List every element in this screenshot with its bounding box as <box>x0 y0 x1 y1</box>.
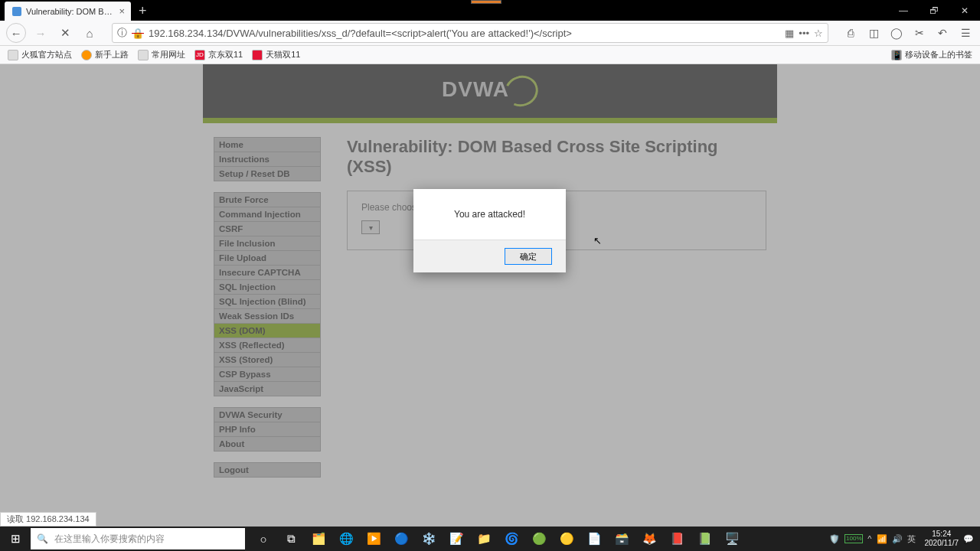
cortana-icon[interactable]: ○ <box>250 527 277 551</box>
window-maximize[interactable]: 🗗 <box>919 0 949 21</box>
viewport: DVWA HomeInstructionsSetup / Reset DB Br… <box>0 64 980 527</box>
stop-button[interactable]: ✕ <box>55 23 75 43</box>
app-icon[interactable]: ❄️ <box>415 527 443 551</box>
tray-icon[interactable]: 🛡️ <box>829 534 840 544</box>
back-button[interactable]: ← <box>6 23 26 43</box>
volume-icon[interactable]: 🔊 <box>892 534 903 544</box>
app-icon[interactable]: 📕 <box>663 527 691 551</box>
search-placeholder: 在这里输入你要搜索的内容 <box>54 533 165 546</box>
status-tip: 读取 192.168.234.134 <box>0 512 96 527</box>
alert-dialog: You are attacked! 确定 <box>413 189 566 272</box>
folder-icon[interactable]: 📁 <box>470 527 498 551</box>
modal-overlay <box>0 64 980 527</box>
edge-icon[interactable]: 🌐 <box>332 527 360 551</box>
library-icon[interactable]: ⎙ <box>842 24 859 41</box>
more-icon[interactable]: ••• <box>799 28 809 39</box>
wifi-icon[interactable]: 📶 <box>877 534 887 544</box>
explorer-icon[interactable]: 🗂️ <box>305 527 332 551</box>
browser-toolbar: ← → ✕ ⌂ ⓘ 🔒 192.168.234.134/DVWA/vulnera… <box>0 21 980 46</box>
bookmark-item[interactable]: 新手上路 <box>81 49 129 60</box>
bookmark-item[interactable]: 火狐官方站点 <box>8 49 72 60</box>
cursor-icon: ↖ <box>593 235 602 246</box>
screenshot-icon[interactable]: ✂ <box>911 24 928 41</box>
battery-icon[interactable]: 100% <box>844 534 863 543</box>
forward-button[interactable]: → <box>31 23 51 43</box>
chrome-icon[interactable]: 🟡 <box>553 527 580 551</box>
window-close[interactable]: ✕ <box>949 0 980 21</box>
reader-icon[interactable]: ▦ <box>785 28 794 39</box>
ime-icon[interactable]: 英 <box>907 533 916 545</box>
alert-ok-button[interactable]: 确定 <box>505 248 552 265</box>
app-icon[interactable]: 🔵 <box>387 527 415 551</box>
notifications-icon[interactable]: 💬 <box>963 534 974 544</box>
search-icon: 🔍 <box>37 533 48 544</box>
app-icon[interactable]: 📝 <box>443 527 470 551</box>
chevron-up-icon[interactable]: ^ <box>867 534 871 543</box>
taskbar-clock[interactable]: 15:24 2020/11/7 <box>925 530 959 548</box>
bookmark-item[interactable]: 常用网址 <box>138 49 185 60</box>
taskview-icon[interactable]: ⧉ <box>277 527 305 551</box>
app-icon[interactable]: 🗃️ <box>608 527 635 551</box>
bookmark-star-icon[interactable]: ☆ <box>814 28 823 39</box>
insecure-icon: 🔒 <box>132 28 144 39</box>
taskbar-apps: ○ ⧉ 🗂️ 🌐 ▶️ 🔵 ❄️ 📝 📁 🌀 🟢 🟡 📄 🗃️ 🦊 📕 📗 🖥️ <box>250 527 746 551</box>
account-icon[interactable]: ◯ <box>888 24 905 41</box>
new-tab-button[interactable]: + <box>139 3 147 19</box>
app-icon[interactable]: ▶️ <box>360 527 387 551</box>
firefox-icon[interactable]: 🦊 <box>635 527 663 551</box>
start-button[interactable]: ⊞ <box>0 527 31 551</box>
browser-tab[interactable]: Vulnerability: DOM Based C × <box>5 2 131 21</box>
app-icon[interactable]: 🖥️ <box>718 527 746 551</box>
undo-icon[interactable]: ↶ <box>934 24 951 41</box>
info-icon: ⓘ <box>117 26 127 40</box>
menu-icon[interactable]: ☰ <box>957 24 974 41</box>
accent-indicator <box>471 0 501 4</box>
address-bar[interactable]: ⓘ 🔒 192.168.234.134/DVWA/vulnerabilities… <box>112 23 828 43</box>
app-icon[interactable]: 📗 <box>691 527 718 551</box>
mobile-bookmarks[interactable]: 📱移动设备上的书签 <box>891 49 972 60</box>
tab-close-icon[interactable]: × <box>119 5 125 17</box>
browser-titlebar: Vulnerability: DOM Based C × + — 🗗 ✕ <box>0 0 980 21</box>
bookmarks-bar: 火狐官方站点 新手上路 常用网址 JD京东双11 天猫双11 📱移动设备上的书签 <box>0 46 980 64</box>
chrome-icon[interactable]: 🟢 <box>525 527 553 551</box>
bookmark-item[interactable]: JD京东双11 <box>194 49 243 60</box>
windows-taskbar: ⊞ 🔍 在这里输入你要搜索的内容 ○ ⧉ 🗂️ 🌐 ▶️ 🔵 ❄️ 📝 📁 🌀 … <box>0 527 980 551</box>
app-icon[interactable]: 🌀 <box>498 527 525 551</box>
window-minimize[interactable]: — <box>888 0 919 21</box>
alert-message: You are attacked! <box>413 189 566 240</box>
url-text: 192.168.234.134/DVWA/vulnerabilities/xss… <box>149 28 780 39</box>
system-tray: 🛡️ 100% ^ 📶 🔊 英 15:24 2020/11/7 💬 <box>829 530 980 548</box>
tab-title: Vulnerability: DOM Based C <box>26 7 116 16</box>
tab-favicon <box>12 7 21 16</box>
bookmark-item[interactable]: 天猫双11 <box>252 49 300 60</box>
sidebar-icon[interactable]: ◫ <box>865 24 882 41</box>
home-button[interactable]: ⌂ <box>80 23 100 43</box>
app-icon[interactable]: 📄 <box>580 527 608 551</box>
taskbar-search[interactable]: 🔍 在这里输入你要搜索的内容 <box>31 528 245 549</box>
